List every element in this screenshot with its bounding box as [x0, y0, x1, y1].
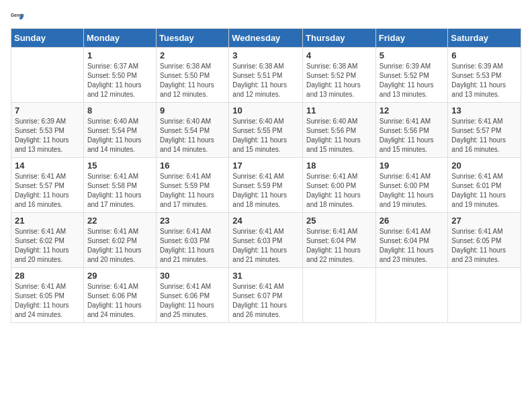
day-number: 7: [15, 105, 80, 116]
calendar-cell: 11 Sunrise: 6:40 AM Sunset: 5:56 PM Dayl…: [303, 103, 376, 158]
calendar-cell: 22 Sunrise: 6:41 AM Sunset: 6:02 PM Dayl…: [83, 213, 156, 268]
daylight: Daylight: 11 hours and 24 minutes.: [15, 302, 69, 318]
sunrise: Sunrise: 6:40 AM: [306, 118, 357, 125]
day-number: 20: [451, 161, 517, 171]
calendar-cell: 7 Sunrise: 6:39 AM Sunset: 5:53 PM Dayli…: [11, 103, 84, 158]
sunset: Sunset: 5:50 PM: [87, 72, 137, 79]
sunrise: Sunrise: 6:39 AM: [380, 62, 431, 70]
daylight: Daylight: 11 hours and 20 minutes.: [87, 246, 142, 263]
day-number: 28: [15, 271, 80, 281]
cell-info: Sunrise: 6:41 AM Sunset: 5:59 PM Dayligh…: [160, 172, 225, 210]
day-number: 17: [232, 161, 299, 171]
cell-info: Sunrise: 6:40 AM Sunset: 5:54 PM Dayligh…: [87, 117, 152, 154]
sunrise: Sunrise: 6:37 AM: [87, 62, 138, 70]
daylight: Daylight: 11 hours and 14 minutes.: [160, 136, 214, 153]
calendar-cell: 24 Sunrise: 6:41 AM Sunset: 6:03 PM Dayl…: [229, 213, 303, 268]
weekday-header-cell: Saturday: [448, 29, 521, 48]
sunrise: Sunrise: 6:41 AM: [451, 118, 502, 125]
cell-info: Sunrise: 6:40 AM Sunset: 5:54 PM Dayligh…: [160, 117, 225, 154]
cell-info: Sunrise: 6:41 AM Sunset: 6:03 PM Dayligh…: [232, 227, 299, 265]
day-number: 12: [380, 105, 445, 116]
calendar-cell: 14 Sunrise: 6:41 AM Sunset: 5:57 PM Dayl…: [11, 158, 84, 213]
day-number: 14: [15, 161, 80, 171]
calendar-cell: 31 Sunrise: 6:41 AM Sunset: 6:07 PM Dayl…: [229, 268, 303, 323]
day-number: 6: [451, 50, 517, 60]
cell-info: Sunrise: 6:41 AM Sunset: 6:05 PM Dayligh…: [15, 282, 80, 320]
calendar-week-row: 14 Sunrise: 6:41 AM Sunset: 5:57 PM Dayl…: [11, 158, 521, 213]
sunrise: Sunrise: 6:39 AM: [451, 62, 502, 70]
day-number: 31: [232, 271, 299, 281]
day-number: 11: [306, 105, 372, 116]
sunset: Sunset: 5:58 PM: [87, 182, 137, 189]
sunrise: Sunrise: 6:41 AM: [451, 173, 502, 180]
sunset: Sunset: 5:54 PM: [87, 127, 137, 134]
sunrise: Sunrise: 6:38 AM: [160, 62, 211, 70]
day-number: 29: [87, 271, 152, 281]
sunset: Sunset: 6:06 PM: [160, 292, 210, 300]
day-number: 18: [306, 161, 372, 171]
sunset: Sunset: 5:52 PM: [306, 72, 356, 79]
weekday-header-cell: Thursday: [303, 29, 376, 48]
sunrise: Sunrise: 6:41 AM: [160, 173, 211, 180]
sunrise: Sunrise: 6:41 AM: [380, 118, 431, 125]
sunrise: Sunrise: 6:41 AM: [380, 228, 431, 235]
sunset: Sunset: 5:51 PM: [232, 72, 282, 79]
calendar-cell: 17 Sunrise: 6:41 AM Sunset: 5:59 PM Dayl…: [229, 158, 303, 213]
calendar-cell: 19 Sunrise: 6:41 AM Sunset: 6:00 PM Dayl…: [375, 158, 448, 213]
sunset: Sunset: 5:57 PM: [451, 127, 501, 134]
cell-info: Sunrise: 6:41 AM Sunset: 6:06 PM Dayligh…: [87, 282, 152, 320]
sunset: Sunset: 5:52 PM: [380, 72, 429, 79]
calendar-cell: [11, 48, 84, 103]
sunset: Sunset: 5:56 PM: [380, 127, 429, 134]
sunrise: Sunrise: 6:38 AM: [232, 62, 283, 70]
sunrise: Sunrise: 6:41 AM: [232, 173, 283, 180]
sunset: Sunset: 6:05 PM: [15, 292, 64, 300]
daylight: Daylight: 11 hours and 13 minutes.: [15, 136, 69, 153]
sunset: Sunset: 5:53 PM: [451, 72, 501, 79]
sunrise: Sunrise: 6:41 AM: [15, 228, 66, 235]
daylight: Daylight: 11 hours and 13 minutes.: [306, 81, 361, 98]
day-number: 3: [232, 50, 299, 60]
sunset: Sunset: 6:02 PM: [15, 237, 64, 244]
sunrise: Sunrise: 6:41 AM: [306, 173, 357, 180]
cell-info: Sunrise: 6:41 AM Sunset: 6:04 PM Dayligh…: [306, 227, 372, 265]
day-number: 24: [232, 216, 299, 226]
cell-info: Sunrise: 6:41 AM Sunset: 5:59 PM Dayligh…: [232, 172, 299, 210]
daylight: Daylight: 11 hours and 18 minutes.: [232, 191, 287, 208]
logo-icon: General: [11, 11, 24, 24]
calendar-cell: [448, 268, 521, 323]
sunset: Sunset: 5:54 PM: [160, 127, 210, 134]
sunset: Sunset: 6:00 PM: [380, 182, 429, 189]
cell-info: Sunrise: 6:41 AM Sunset: 6:05 PM Dayligh…: [451, 227, 517, 265]
sunrise: Sunrise: 6:41 AM: [160, 228, 211, 235]
daylight: Daylight: 11 hours and 15 minutes.: [306, 136, 361, 153]
sunset: Sunset: 5:53 PM: [15, 127, 64, 134]
calendar-cell: 3 Sunrise: 6:38 AM Sunset: 5:51 PM Dayli…: [229, 48, 303, 103]
calendar-cell: 5 Sunrise: 6:39 AM Sunset: 5:52 PM Dayli…: [375, 48, 448, 103]
calendar-cell: 15 Sunrise: 6:41 AM Sunset: 5:58 PM Dayl…: [83, 158, 156, 213]
daylight: Daylight: 11 hours and 26 minutes.: [232, 302, 287, 318]
calendar-cell: 10 Sunrise: 6:40 AM Sunset: 5:55 PM Dayl…: [229, 103, 303, 158]
cell-info: Sunrise: 6:38 AM Sunset: 5:51 PM Dayligh…: [232, 62, 299, 99]
sunset: Sunset: 5:59 PM: [232, 182, 282, 189]
calendar-cell: 21 Sunrise: 6:41 AM Sunset: 6:02 PM Dayl…: [11, 213, 84, 268]
calendar-cell: 20 Sunrise: 6:41 AM Sunset: 6:01 PM Dayl…: [448, 158, 521, 213]
sunrise: Sunrise: 6:41 AM: [15, 173, 66, 180]
sunset: Sunset: 6:05 PM: [451, 237, 501, 244]
sunrise: Sunrise: 6:41 AM: [87, 173, 138, 180]
calendar-cell: 13 Sunrise: 6:41 AM Sunset: 5:57 PM Dayl…: [448, 103, 521, 158]
calendar-cell: 23 Sunrise: 6:41 AM Sunset: 6:03 PM Dayl…: [157, 213, 229, 268]
sunset: Sunset: 6:01 PM: [451, 182, 501, 189]
daylight: Daylight: 11 hours and 15 minutes.: [232, 136, 287, 153]
calendar-cell: 16 Sunrise: 6:41 AM Sunset: 5:59 PM Dayl…: [157, 158, 229, 213]
header: General: [11, 11, 521, 24]
cell-info: Sunrise: 6:41 AM Sunset: 6:00 PM Dayligh…: [380, 172, 445, 210]
sunrise: Sunrise: 6:41 AM: [306, 228, 357, 235]
daylight: Daylight: 11 hours and 17 minutes.: [87, 191, 142, 208]
sunset: Sunset: 6:02 PM: [87, 237, 137, 244]
sunrise: Sunrise: 6:41 AM: [87, 283, 138, 290]
calendar-week-row: 1 Sunrise: 6:37 AM Sunset: 5:50 PM Dayli…: [11, 48, 521, 103]
daylight: Daylight: 11 hours and 25 minutes.: [160, 302, 214, 318]
cell-info: Sunrise: 6:39 AM Sunset: 5:53 PM Dayligh…: [15, 117, 80, 154]
calendar-cell: 8 Sunrise: 6:40 AM Sunset: 5:54 PM Dayli…: [83, 103, 156, 158]
